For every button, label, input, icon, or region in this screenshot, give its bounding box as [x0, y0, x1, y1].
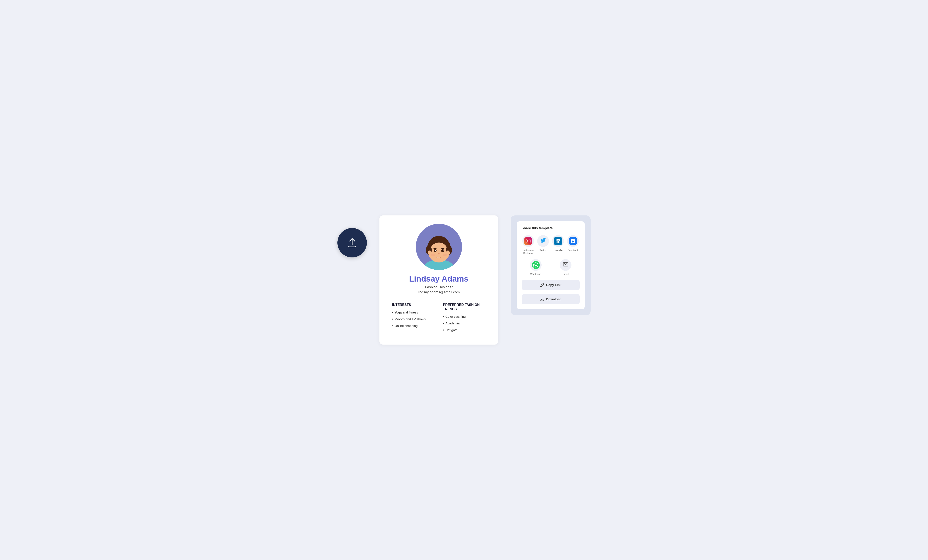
copy-link-icon	[540, 283, 544, 287]
twitter-icon	[540, 238, 546, 244]
profile-card: Lindsay Adams Fashion Designer lindsay.a…	[379, 215, 498, 345]
social-row2: Whatsapp Email	[522, 259, 580, 276]
instagram-label: InstagramBusiness	[523, 249, 534, 255]
download-label: Download	[546, 297, 562, 301]
download-button[interactable]: Download	[522, 294, 580, 304]
whatsapp-icon-wrap	[530, 259, 542, 271]
social-item-linkedin[interactable]: Linkedin	[551, 235, 565, 255]
svg-point-12	[443, 250, 444, 251]
facebook-icon	[569, 237, 577, 245]
share-panel: Share this template InstagramBusiness	[511, 215, 591, 315]
whatsapp-label: Whatsapp	[530, 272, 541, 276]
social-item-whatsapp[interactable]: Whatsapp	[530, 259, 542, 276]
email-icon-wrap	[560, 259, 571, 271]
svg-point-11	[441, 249, 444, 252]
svg-point-9	[433, 249, 437, 252]
fashion-col: PREFERRED FASHION TRENDS Color clashing …	[443, 303, 485, 332]
svg-point-14	[443, 254, 447, 256]
list-item: Yoga and fitness	[392, 310, 435, 314]
whatsapp-icon	[532, 261, 540, 269]
share-inner: Share this template InstagramBusiness	[517, 221, 585, 309]
social-item-twitter[interactable]: Twitter	[537, 235, 550, 255]
interests-section: INTERESTS Yoga and fitness Movies and TV…	[392, 303, 485, 332]
share-title: Share this template	[522, 226, 580, 230]
instagram-icon-wrap	[522, 235, 534, 247]
email-icon	[563, 262, 568, 268]
list-item: Hot goth	[443, 328, 485, 332]
profile-name: Lindsay Adams	[409, 274, 468, 283]
download-icon	[540, 297, 544, 301]
linkedin-icon	[554, 237, 562, 245]
list-item: Academia	[443, 321, 485, 325]
avatar	[416, 224, 462, 270]
upload-button[interactable]	[337, 228, 367, 257]
facebook-icon-wrap	[567, 235, 579, 247]
fashion-heading: PREFERRED FASHION TRENDS	[443, 303, 485, 312]
instagram-icon	[524, 237, 532, 245]
social-item-email[interactable]: Email	[560, 259, 571, 276]
avatar-illustration	[418, 228, 460, 270]
linkedin-icon-wrap	[552, 235, 564, 247]
social-grid: InstagramBusiness Twitter	[522, 235, 580, 255]
interests-col: INTERESTS Yoga and fitness Movies and TV…	[392, 303, 435, 328]
social-item-instagram[interactable]: InstagramBusiness	[522, 235, 535, 255]
list-item: Color clashing	[443, 315, 485, 318]
upload-icon	[346, 237, 358, 249]
svg-point-10	[435, 250, 436, 251]
twitter-icon-wrap	[537, 235, 549, 247]
copy-link-button[interactable]: Copy Link	[522, 280, 580, 290]
fashion-list: Color clashing Academia Hot goth	[443, 315, 485, 332]
facebook-label: Facebook	[568, 249, 578, 252]
svg-point-13	[431, 254, 435, 256]
list-item: Movies and TV shows	[392, 317, 435, 321]
social-item-facebook[interactable]: Facebook	[566, 235, 580, 255]
interests-list: Yoga and fitness Movies and TV shows Onl…	[392, 310, 435, 328]
page-wrapper: Lindsay Adams Fashion Designer lindsay.a…	[337, 215, 591, 345]
interests-heading: INTERESTS	[392, 303, 435, 307]
list-item: Online shopping	[392, 324, 435, 328]
profile-email: lindsay.adams@email.com	[418, 290, 460, 294]
twitter-label: Twitter	[540, 249, 547, 252]
profile-title: Fashion Designer	[425, 285, 453, 289]
linkedin-label: Linkedin	[554, 249, 563, 252]
copy-link-label: Copy Link	[546, 283, 562, 287]
email-label: Email	[562, 272, 569, 276]
